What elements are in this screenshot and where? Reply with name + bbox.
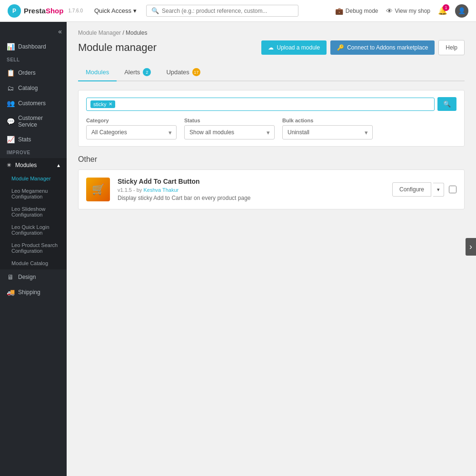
view-my-shop-label: View my shop (395, 8, 430, 14)
notifications-button[interactable]: 🔔 1 (438, 6, 447, 15)
sidebar-item-catalog[interactable]: 🗂 Catalog (0, 80, 67, 96)
results-section: Other 🛒 Sticky Add To Cart Button v1.1.5… (78, 155, 465, 209)
logo-text: PrestaShop (24, 7, 63, 15)
breadcrumb-current: Modules (126, 30, 147, 36)
user-avatar-button[interactable]: 👤 (455, 4, 468, 18)
modules-item-left: ✳ Modules (7, 162, 37, 169)
main-content: Module Manager / Modules Module manager … (67, 22, 476, 476)
filter-section: sticky ✕ 🔍 Category All Categories (78, 90, 465, 147)
improve-section-label: IMPROVE (0, 147, 67, 158)
topbar: P PrestaShop 1.7.6.0 Quick Access ▾ 🔍 💼 … (0, 0, 476, 22)
module-description: Display sticky Add to Cart bar on every … (118, 195, 385, 201)
page-title: Module manager (78, 41, 157, 54)
sidebar-item-customer-service[interactable]: 💬 Customer Service (0, 111, 67, 132)
modules-icon: ✳ (7, 162, 11, 169)
logo: P PrestaShop 1.7.6.0 (8, 4, 83, 18)
module-manager-label: Module Manager (11, 176, 51, 181)
sidebar-subitem-leo-slideshow[interactable]: Leo Slideshow Configuration (0, 203, 67, 221)
sidebar-collapse-button[interactable]: « (58, 28, 62, 35)
leo-product-search-label: Leo Product Search Configuration (11, 242, 60, 254)
sell-section-label: SELL (0, 54, 67, 65)
sidebar-item-shipping[interactable]: 🚚 Shipping (0, 285, 67, 300)
module-author: Keshva Thakur (143, 187, 178, 193)
dropdown-chevron-icon: ▾ (437, 187, 440, 192)
tab-updates[interactable]: Updates 17 (159, 64, 208, 81)
catalog-label: Catalog (18, 85, 38, 91)
module-meta: v1.1.5 - by Keshva Thakur (118, 187, 385, 193)
bulk-actions-select[interactable]: Uninstall (282, 125, 373, 139)
module-name: Sticky Add To Cart Button (118, 178, 385, 185)
configure-dropdown-button[interactable]: ▾ (433, 183, 444, 197)
quick-access-chevron-icon: ▾ (133, 7, 137, 14)
sidebar-item-orders[interactable]: 📋 Orders (0, 65, 67, 80)
design-icon: 🖥 (7, 273, 14, 281)
search-submit-button[interactable]: 🔍 (437, 97, 456, 111)
search-icon: 🔍 (151, 7, 159, 14)
modules-chevron-icon: ▴ (57, 162, 60, 169)
orders-label: Orders (18, 69, 36, 76)
sidebar-item-design[interactable]: 🖥 Design (0, 269, 67, 285)
category-select[interactable]: All Categories (86, 125, 177, 139)
module-info: Sticky Add To Cart Button v1.1.5 - by Ke… (118, 178, 385, 201)
module-checkbox[interactable] (449, 186, 456, 193)
tab-alerts[interactable]: Alerts 2 (117, 64, 159, 81)
sidebar-subitem-leo-product-search[interactable]: Leo Product Search Configuration (0, 239, 67, 257)
search-row: sticky ✕ 🔍 (86, 97, 456, 111)
sidebar-subitem-leo-megamenu[interactable]: Leo Megamenu Configuration (0, 185, 67, 203)
debug-mode-action[interactable]: 💼 Debug mode (335, 7, 378, 15)
customers-label: Customers (18, 100, 46, 107)
tab-alerts-label: Alerts (124, 69, 140, 76)
status-filter: Status Show all modules (184, 118, 275, 139)
tag-input[interactable]: sticky ✕ (86, 98, 435, 111)
sidebar-subitem-leo-quick-login[interactable]: Leo Quick Login Configuration (0, 221, 67, 239)
shipping-label: Shipping (18, 289, 40, 296)
scroll-indicator[interactable]: › (466, 238, 476, 256)
quick-access-button[interactable]: Quick Access ▾ (90, 5, 140, 16)
help-button[interactable]: Help (438, 40, 465, 55)
topbar-right: 💼 Debug mode 👁 View my shop 🔔 1 👤 (335, 4, 468, 18)
section-title: Other (78, 155, 465, 164)
search-tag: sticky ✕ (90, 100, 115, 108)
version-label: 1.7.6.0 (68, 8, 83, 13)
dashboard-label: Dashboard (18, 43, 46, 50)
module-thumbnail: 🛒 (86, 178, 110, 201)
category-filter: Category All Categories (86, 118, 177, 139)
tab-modules[interactable]: Modules (78, 64, 117, 81)
tag-text: sticky (93, 101, 107, 107)
by-label: - by (133, 187, 143, 193)
sidebar-subitem-module-catalog[interactable]: Module Catalog (0, 257, 67, 269)
status-select[interactable]: Show all modules (184, 125, 275, 139)
sidebar-item-modules[interactable]: ✳ Modules ▴ (0, 158, 67, 172)
sidebar-collapse-area: « (0, 26, 67, 39)
tab-modules-label: Modules (86, 69, 109, 76)
eye-icon: 👁 (386, 7, 393, 15)
search-input[interactable] (162, 8, 293, 14)
status-select-wrapper: Show all modules (184, 125, 275, 139)
design-label: Design (18, 274, 36, 280)
breadcrumb: Module Manager / Modules (78, 30, 465, 36)
scroll-icon: › (469, 242, 472, 251)
sidebar-subitem-module-manager[interactable]: Module Manager (0, 172, 67, 185)
remove-tag-button[interactable]: ✕ (109, 101, 112, 107)
filter-row: Category All Categories Status Show all … (86, 118, 456, 139)
upload-module-button[interactable]: ☁ Upload a module (261, 40, 327, 55)
page-actions: ☁ Upload a module 🔑 Connect to Addons ma… (261, 40, 465, 55)
breadcrumb-parent[interactable]: Module Manager (78, 30, 121, 36)
logo-shop: Shop (46, 7, 64, 15)
collapse-icon: « (58, 28, 62, 35)
module-card: 🛒 Sticky Add To Cart Button v1.1.5 - by … (78, 169, 465, 209)
view-shop-action[interactable]: 👁 View my shop (386, 7, 430, 15)
bulk-select-wrapper: Uninstall (282, 125, 373, 139)
search-text-input[interactable] (118, 101, 431, 108)
sidebar-item-dashboard[interactable]: 📊 Dashboard (0, 39, 67, 54)
page-header: Module manager ☁ Upload a module 🔑 Conne… (78, 40, 465, 55)
sidebar-item-customers[interactable]: 👥 Customers (0, 96, 67, 111)
connect-addons-button[interactable]: 🔑 Connect to Addons marketplace (330, 40, 435, 55)
sidebar-item-stats[interactable]: 📈 Stats (0, 132, 67, 147)
logo-presta: Presta (24, 7, 46, 15)
configure-button[interactable]: Configure (392, 182, 431, 197)
stats-icon: 📈 (7, 136, 14, 143)
layout: « 📊 Dashboard SELL 📋 Orders 🗂 Catalog 👥 … (0, 22, 476, 476)
catalog-icon: 🗂 (7, 84, 14, 92)
module-version: v1.1.5 (118, 187, 132, 193)
